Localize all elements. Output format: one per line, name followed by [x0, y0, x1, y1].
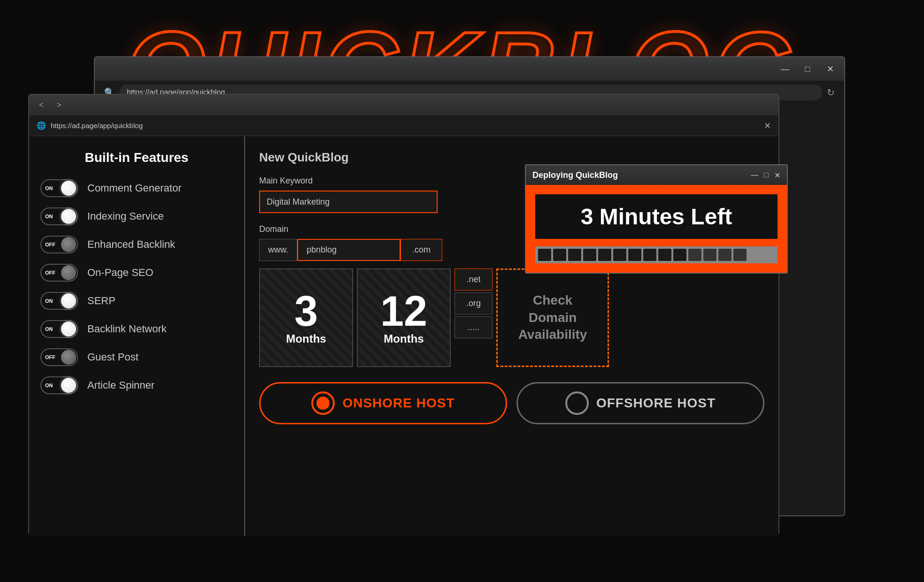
feature-row-article-spinner: ON Article Spinner	[40, 376, 233, 394]
deploy-minimize-button[interactable]: —	[751, 171, 758, 180]
deploy-maximize-button[interactable]: □	[764, 171, 769, 180]
progress-seg-7	[628, 249, 641, 261]
deploy-timer: 3 Minutes Left	[535, 194, 778, 239]
onshore-radio-icon	[311, 391, 335, 415]
deploy-modal: Deploying QuickBlog — □ ✕ 3 Minutes Left	[525, 164, 788, 274]
feature-label-article-spinner: Article Spinner	[87, 379, 154, 391]
duration-12-months[interactable]: 12 Months	[357, 268, 451, 367]
check-domain-button[interactable]: Check Domain Availability	[496, 268, 609, 367]
progress-seg-12	[703, 249, 716, 261]
browser-window-fg: < > 🌐 https://ad.page/app/quickblog ✕ Bu…	[28, 94, 779, 535]
feature-label-indexing-service: Indexing Service	[87, 210, 164, 222]
right-content: New QuickBlog Main Keyword Domain www. .…	[245, 136, 778, 536]
domain-com[interactable]: .com	[400, 239, 442, 261]
feature-label-guest-post: Guest Post	[87, 351, 139, 363]
browser-bg-titlebar: — □ ✕	[95, 57, 844, 81]
toggle-label: ON	[45, 214, 53, 219]
domain-name-input[interactable]	[297, 239, 400, 261]
deploy-titlebar: Deploying QuickBlog — □ ✕	[526, 165, 787, 185]
progress-seg-13	[718, 249, 732, 261]
globe-icon: 🌐	[37, 121, 46, 130]
progress-seg-8	[643, 249, 656, 261]
toggle-on-page-seo[interactable]: OFF	[40, 264, 78, 282]
feature-label-backlink-network: Backlink Network	[87, 323, 167, 335]
duration-3-number: 3	[294, 290, 318, 332]
duration-3-months[interactable]: 3 Months	[259, 268, 353, 367]
progress-seg-5	[598, 249, 611, 261]
progress-seg-10	[673, 249, 686, 261]
browser-fg-titlebar: < >	[29, 95, 778, 115]
progress-seg-3	[568, 249, 581, 261]
progress-seg-14	[733, 249, 747, 261]
offshore-host-button[interactable]: OFFSHORE HOST	[516, 382, 764, 424]
progress-seg-4	[583, 249, 596, 261]
onshore-host-button[interactable]: ONSHORE HOST	[259, 382, 507, 424]
deploy-timer-text: 3 Minutes Left	[581, 204, 732, 229]
back-button[interactable]: <	[35, 99, 48, 112]
feature-label-on-page-seo: On-Page SEO	[87, 267, 154, 279]
close-button[interactable]: ✕	[824, 62, 837, 76]
host-row: ONSHORE HOST OFFSHORE HOST	[259, 382, 764, 424]
feature-row-backlink-network: ON Backlink Network	[40, 320, 233, 338]
tab-close-button[interactable]: ✕	[764, 121, 771, 131]
domain-www: www.	[259, 239, 297, 261]
toggle-circle	[61, 265, 76, 280]
keyword-input[interactable]	[259, 191, 438, 213]
feature-row-serp: ON SERP	[40, 292, 233, 310]
toggle-circle	[61, 209, 76, 224]
feature-row-enhanced-backlink: OFF Enhanced Backlink	[40, 236, 233, 253]
toggle-label: ON	[45, 326, 53, 332]
domain-options: .net .org .....	[454, 268, 493, 338]
progress-bar	[535, 246, 778, 263]
feature-row-comment-generator: ON Comment Generator	[40, 179, 233, 197]
toggle-article-spinner[interactable]: ON	[40, 376, 78, 394]
feature-row-indexing-service: ON Indexing Service	[40, 207, 233, 225]
domain-opt-more[interactable]: .....	[454, 316, 493, 338]
deploy-content: 3 Minutes Left	[526, 185, 787, 273]
content-area: Built-in Features ON Comment Generator O…	[29, 136, 778, 536]
left-panel: Built-in Features ON Comment Generator O…	[29, 136, 245, 536]
deploy-title: Deploying QuickBlog	[532, 170, 618, 180]
toggle-circle	[61, 181, 76, 196]
fg-url-text: https://ad.page/app/quickblog	[51, 122, 143, 130]
domain-opt-net[interactable]: .net	[454, 268, 493, 291]
browser-fg-addressbar: 🌐 https://ad.page/app/quickblog ✕	[29, 115, 778, 136]
forward-button[interactable]: >	[53, 99, 66, 112]
duration-row: 3 Months 12 Months	[259, 268, 451, 367]
toggle-label: OFF	[45, 270, 55, 276]
toggle-circle	[61, 378, 76, 393]
section-title: New QuickBlog	[259, 150, 764, 165]
progress-seg-1	[538, 249, 551, 261]
duration-12-label: Months	[384, 332, 424, 345]
offshore-label: OFFSHORE HOST	[596, 396, 716, 411]
duration-3-label: Months	[286, 332, 326, 345]
toggle-backlink-network[interactable]: ON	[40, 320, 78, 338]
progress-seg-6	[613, 249, 626, 261]
domain-opt-org[interactable]: .org	[454, 292, 493, 314]
feature-label-comment-generator: Comment Generator	[87, 182, 182, 194]
toggle-serp[interactable]: ON	[40, 292, 78, 310]
minimize-button[interactable]: —	[778, 62, 792, 76]
toggle-label: ON	[45, 383, 53, 388]
toggle-label: ON	[45, 185, 53, 191]
deploy-close-button[interactable]: ✕	[774, 171, 780, 180]
toggle-guest-post[interactable]: OFF	[40, 348, 78, 366]
feature-row-guest-post: OFF Guest Post	[40, 348, 233, 366]
check-domain-label: Check Domain Availability	[507, 292, 598, 343]
progress-seg-9	[658, 249, 671, 261]
progress-seg-2	[553, 249, 566, 261]
refresh-icon[interactable]: ↻	[827, 87, 835, 98]
toggle-label: OFF	[45, 242, 55, 247]
toggle-enhanced-backlink[interactable]: OFF	[40, 236, 78, 253]
maximize-button[interactable]: □	[801, 62, 814, 76]
toggle-label: OFF	[45, 354, 55, 360]
feature-row-on-page-seo: OFF On-Page SEO	[40, 264, 233, 282]
toggle-circle	[61, 322, 76, 337]
feature-label-serp: SERP	[87, 295, 116, 307]
toggle-circle	[61, 237, 76, 252]
duration-12-number: 12	[380, 290, 427, 332]
toggle-circle	[61, 293, 76, 308]
progress-seg-11	[688, 249, 701, 261]
toggle-comment-generator[interactable]: ON	[40, 179, 78, 197]
toggle-indexing-service[interactable]: ON	[40, 207, 78, 225]
